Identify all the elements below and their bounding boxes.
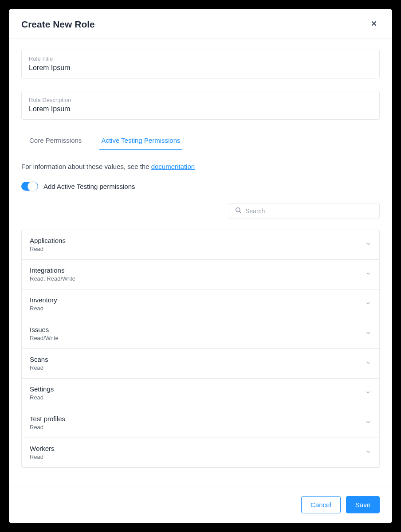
chevron-down-icon [365, 389, 371, 397]
permission-item-settings[interactable]: Settings Read [22, 379, 379, 408]
role-description-input[interactable] [29, 105, 372, 113]
close-button[interactable] [368, 18, 380, 31]
permission-title: Integrations [30, 266, 75, 274]
permission-title: Inventory [30, 296, 57, 304]
active-testing-toggle[interactable] [21, 182, 38, 191]
permission-item-issues[interactable]: Issues Read/Write [22, 319, 379, 349]
permission-sub: Read [30, 246, 66, 252]
chevron-down-icon [365, 241, 371, 249]
permission-item-inventory[interactable]: Inventory Read [22, 289, 379, 319]
cancel-button[interactable]: Cancel [301, 496, 341, 513]
permission-sub: Read/Write [30, 335, 59, 341]
save-button[interactable]: Save [346, 496, 380, 513]
permission-sub: Read [30, 454, 55, 460]
chevron-down-icon [365, 300, 371, 308]
create-role-modal: Create New Role Role Title Role Descript… [9, 9, 392, 523]
info-prefix: For information about these values, see … [21, 163, 151, 170]
search-input[interactable] [245, 207, 374, 215]
chevron-down-icon [365, 270, 371, 278]
svg-point-0 [236, 208, 240, 212]
permission-sub: Read, Read/Write [30, 275, 75, 282]
info-text: For information about these values, see … [21, 163, 380, 170]
chevron-down-icon [365, 419, 371, 427]
chevron-down-icon [365, 449, 371, 457]
permission-list: Applications Read Integrations Read, Rea… [21, 230, 380, 468]
permission-sub: Read [30, 305, 57, 312]
tab-core-permissions[interactable]: Core Permissions [28, 132, 83, 150]
permission-title: Test profiles [30, 415, 65, 422]
permission-title: Scans [30, 356, 48, 363]
permission-item-integrations[interactable]: Integrations Read, Read/Write [22, 260, 379, 289]
toggle-label: Add Active Testing permissions [43, 183, 135, 190]
chevron-down-icon [365, 330, 371, 338]
search-box[interactable] [229, 203, 380, 219]
chevron-down-icon [365, 360, 371, 368]
toggle-row: Add Active Testing permissions [21, 182, 380, 191]
role-title-label: Role Title [29, 55, 372, 62]
role-title-field[interactable]: Role Title [21, 50, 380, 78]
permission-title: Settings [30, 385, 54, 393]
modal-title: Create New Role [21, 19, 95, 30]
close-icon [370, 22, 378, 29]
role-title-input[interactable] [29, 64, 372, 72]
permission-sub: Read [30, 394, 54, 401]
role-description-label: Role Description [29, 97, 372, 103]
permission-item-scans[interactable]: Scans Read [22, 349, 379, 379]
tab-active-testing-permissions[interactable]: Active Testing Permissions [99, 132, 182, 150]
permission-item-applications[interactable]: Applications Read [22, 230, 379, 260]
permission-sub: Read [30, 364, 48, 371]
permission-tabs: Core Permissions Active Testing Permissi… [21, 132, 380, 150]
permission-title: Workers [30, 445, 55, 452]
modal-footer: Cancel Save [9, 486, 392, 523]
permission-title: Issues [30, 326, 59, 333]
documentation-link[interactable]: documentation [151, 163, 195, 170]
modal-body: Role Title Role Description Core Permiss… [9, 39, 392, 486]
permission-sub: Read [30, 424, 65, 430]
role-description-field[interactable]: Role Description [21, 91, 380, 120]
permission-item-test-profiles[interactable]: Test profiles Read [22, 408, 379, 438]
search-icon [235, 207, 242, 215]
search-row [21, 203, 380, 219]
permission-title: Applications [30, 237, 66, 244]
permission-item-workers[interactable]: Workers Read [22, 438, 379, 467]
modal-header: Create New Role [9, 9, 392, 39]
